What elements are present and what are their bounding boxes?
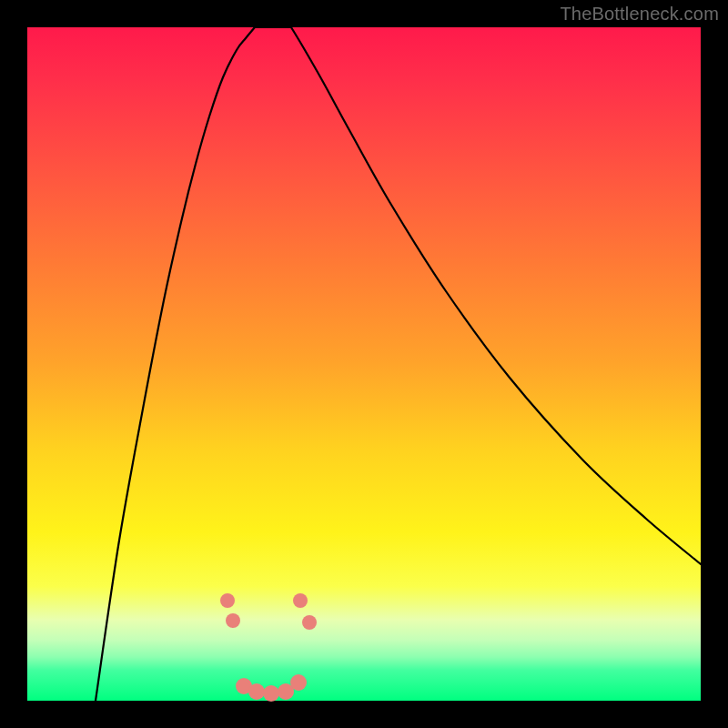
chart-frame: TheBottleneck.com bbox=[0, 0, 728, 728]
floor-dot-2 bbox=[248, 683, 265, 700]
right-dot-1 bbox=[293, 593, 308, 608]
series-group bbox=[96, 27, 701, 701]
floor-dot-3 bbox=[263, 685, 279, 702]
marker-group bbox=[220, 593, 317, 702]
left-dot-1 bbox=[220, 593, 235, 608]
right-dot-2 bbox=[302, 615, 317, 630]
watermark-label: TheBottleneck.com bbox=[560, 4, 719, 25]
chart-svg bbox=[27, 27, 701, 701]
left-dot-2 bbox=[226, 613, 240, 628]
series-right-curve bbox=[291, 27, 701, 564]
plot-area bbox=[27, 27, 701, 701]
floor-dot-5 bbox=[290, 674, 307, 691]
